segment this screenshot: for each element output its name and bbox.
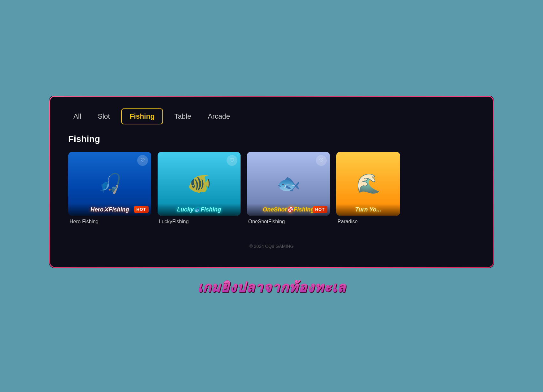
game-thumbnail-paradise: Turn Yo...	[336, 152, 400, 216]
game-card-paradise[interactable]: Turn Yo... Paradise	[336, 152, 400, 225]
tab-all[interactable]: All	[68, 109, 86, 124]
tab-arcade-label: Arcade	[208, 112, 230, 120]
tab-slot[interactable]: Slot	[93, 109, 115, 124]
hero-fishing-title: Hero Fishing	[68, 219, 151, 225]
paradise-label-overlay: Turn Yo...	[336, 204, 400, 216]
hero-hot-badge: HOT	[134, 206, 149, 213]
paradise-title: Paradise	[336, 219, 400, 225]
oneshot-hot-badge: HOT	[313, 206, 327, 213]
tab-fishing-label: Fishing	[130, 112, 154, 120]
tab-slot-label: Slot	[98, 112, 110, 120]
game-card-lucky-fishing[interactable]: Lucky🐟Fishing ♡ LuckyFishing	[158, 152, 241, 225]
paradise-art: Turn Yo...	[336, 152, 400, 216]
tab-fishing[interactable]: Fishing	[121, 108, 163, 124]
hero-favorite-button[interactable]: ♡	[137, 155, 148, 166]
game-thumbnail-hero: Hero⚔Fishing ♡ HOT	[68, 152, 151, 216]
game-thumbnail-lucky: Lucky🐟Fishing ♡	[158, 152, 241, 216]
thai-banner: เกมยิงปลาจากท้องทะเล	[197, 277, 346, 298]
games-grid: Hero⚔Fishing ♡ HOT Hero Fishing Lucky🐟Fi…	[68, 152, 475, 225]
game-card-oneshot-fishing[interactable]: OneShot🎯Fishing ♡ HOT OneShotFishing	[247, 152, 330, 225]
app-container: All Slot Fishing Table Arcade Fishing	[48, 95, 495, 269]
lucky-fishing-title: LuckyFishing	[158, 219, 241, 225]
oneshot-favorite-button[interactable]: ♡	[316, 155, 327, 166]
lucky-favorite-button[interactable]: ♡	[227, 155, 237, 166]
footer-copyright: © 2024 CQ9 GAMING	[68, 244, 475, 249]
section-title: Fishing	[68, 134, 475, 144]
outer-wrapper: All Slot Fishing Table Arcade Fishing	[48, 95, 495, 298]
oneshot-fishing-title: OneShotFishing	[247, 219, 330, 225]
tab-arcade[interactable]: Arcade	[203, 109, 235, 124]
game-card-hero-fishing[interactable]: Hero⚔Fishing ♡ HOT Hero Fishing	[68, 152, 151, 225]
tab-table[interactable]: Table	[169, 109, 197, 124]
tab-table-label: Table	[175, 112, 191, 120]
nav-tabs: All Slot Fishing Table Arcade	[68, 108, 475, 124]
tab-all-label: All	[73, 112, 81, 120]
game-thumbnail-oneshot: OneShot🎯Fishing ♡ HOT	[247, 152, 330, 216]
lucky-label-overlay: Lucky🐟Fishing	[158, 203, 241, 216]
